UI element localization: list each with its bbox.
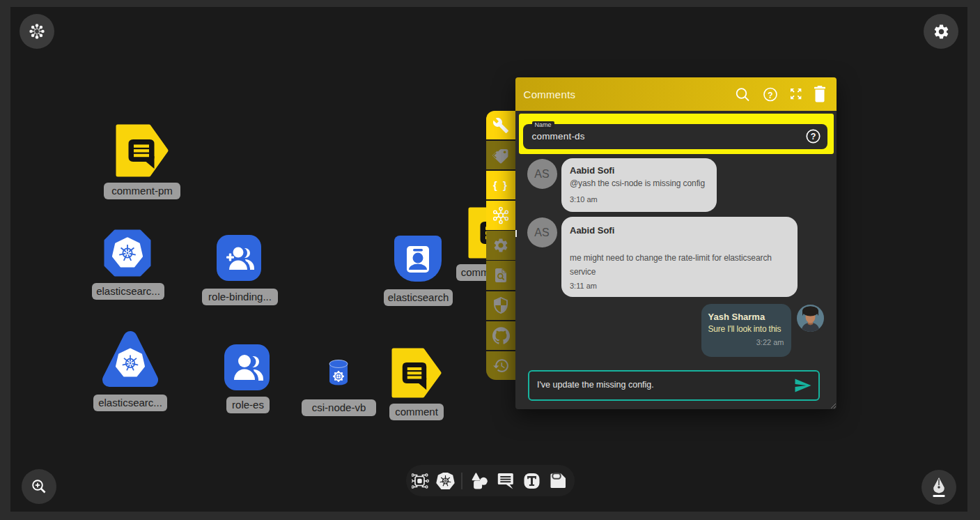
svg-text:?: ? xyxy=(768,91,772,100)
svg-text:?: ? xyxy=(811,132,816,142)
